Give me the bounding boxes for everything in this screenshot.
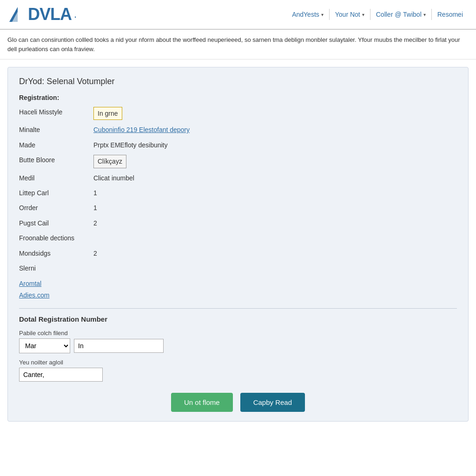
field-butte-bloore: Butte Bloore Clíkçayz <box>19 155 457 168</box>
logo: DVLA . <box>7 5 77 24</box>
caret-icon: ▾ <box>362 12 364 17</box>
field-value-medil: Clicat inumbel <box>93 173 134 183</box>
field-pugst-cail: Pugst Cail 2 <box>19 218 457 228</box>
logo-dot: . <box>74 8 77 20</box>
field-label-slerni: Slerni <box>19 263 93 273</box>
field-value-orrder: 1 <box>93 203 97 213</box>
phone-input[interactable] <box>74 339 164 353</box>
field-label-minalte: Minalte <box>19 125 93 135</box>
btn-confirm[interactable]: Capby Read <box>240 393 305 412</box>
field-medil: Medil Clicat inumbel <box>19 173 457 183</box>
button-row: Un ot flome Capby Read <box>19 393 457 412</box>
link-adies[interactable]: Adies.com <box>19 290 457 301</box>
card-title: DrYod: Selenal Votumpler <box>19 77 457 86</box>
field-value-mondsidgs: 2 <box>93 248 97 258</box>
nav-andyests[interactable]: AndYests ▾ <box>286 9 330 20</box>
field-slerni: Slerni <box>19 263 457 273</box>
phone-label: Pabile colch filend <box>19 330 457 337</box>
nav-coller[interactable]: Coller @ Twibol ▾ <box>370 9 432 20</box>
caret-icon: ▾ <box>321 12 324 17</box>
nav-bar: AndYests ▾ Your Not ▾ Coller @ Twibol ▾ … <box>286 9 469 20</box>
field-label-medil: Medil <box>19 173 93 183</box>
field-label-littep: Littep Carl <box>19 188 93 198</box>
field-label-haceli: Haceli Misstyle <box>19 107 93 117</box>
btn-cancel[interactable]: Un ot flome <box>171 393 233 412</box>
field-label-pugst: Pugst Cail <box>19 218 93 228</box>
caret-icon: ▾ <box>423 12 426 17</box>
nav-yournot[interactable]: Your Not ▾ <box>330 9 370 20</box>
field-orrder: Orrder 1 <box>19 203 457 213</box>
nav-resomei[interactable]: Resomei <box>432 9 469 20</box>
intro-text: Glo can can consiruntion collled tooks a… <box>0 30 476 60</box>
field-value-butte: Clíkçayz <box>93 155 126 168</box>
field-froonable: Froonable dections <box>19 233 457 243</box>
field-label-mondsidgs: Mondsidgs <box>19 248 93 258</box>
logo-icon <box>7 5 26 24</box>
header: DVLA . AndYests ▾ Your Not ▾ Coller @ Tw… <box>0 0 476 30</box>
field-littep-carl: Littep Carl 1 <box>19 188 457 198</box>
field-value-made: Prptx EMEfloty desibunity <box>93 140 168 150</box>
phone-inline: Mar Ms Dr <box>19 338 457 353</box>
main-card: DrYod: Selenal Votumpler Registration: H… <box>7 67 469 422</box>
field-label-froonable: Froonable dections <box>19 233 93 243</box>
phone-select[interactable]: Mar Ms Dr <box>19 338 70 353</box>
field-label-orrder: Orrder <box>19 203 93 213</box>
subsection-title: Dotal Registration Number <box>19 315 457 323</box>
field-label-made: Made <box>19 140 93 150</box>
phone-field-group: Pabile colch filend Mar Ms Dr <box>19 330 457 353</box>
field-made: Made Prptx EMEfloty desibunity <box>19 140 457 150</box>
field-value-minalte[interactable]: Cuboninfio 219 Elestofant depory <box>93 125 190 135</box>
divider <box>19 308 457 309</box>
links-block: Aromtal Adies.com <box>19 278 457 301</box>
field-value-littep: 1 <box>93 188 97 198</box>
field-haceli-misstyle: Haceli Misstyle In grne <box>19 107 457 120</box>
notification-field-group: Yeu noilter agloil <box>19 359 457 382</box>
field-minalte: Minalte Cuboninfio 219 Elestofant depory <box>19 125 457 135</box>
field-label-butte: Butte Bloore <box>19 155 93 165</box>
notification-input[interactable] <box>19 368 103 382</box>
link-aromtal[interactable]: Aromtal <box>19 278 457 290</box>
field-value-pugst: 2 <box>93 218 97 228</box>
registration-label: Registration: <box>19 94 457 101</box>
field-mondsidgs: Mondsidgs 2 <box>19 248 457 258</box>
notification-label: Yeu noilter agloil <box>19 359 457 366</box>
field-value-haceli: In grne <box>93 107 122 120</box>
logo-text: DVLA <box>28 5 72 24</box>
